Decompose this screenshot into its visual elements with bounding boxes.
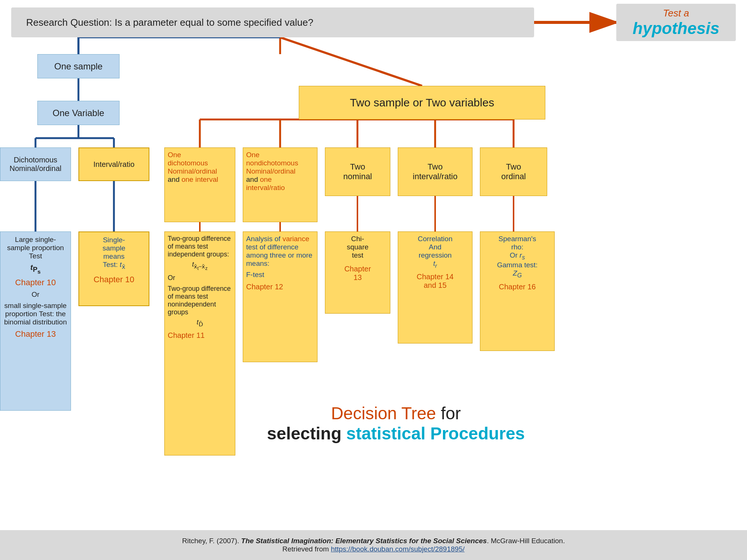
dichotomous-box: DichotomousNominal/ordinal (0, 147, 71, 181)
spearman-box: Spearman'srho:Or rsGamma test:ZG Chapter… (480, 231, 555, 351)
citation-line1: Ritchey, F. (2007). The Statistical Imag… (182, 537, 565, 545)
corr-regression-text: CorrelationAndregressiontr (401, 235, 469, 269)
anova-text: Analysis of variance test of difference … (246, 235, 314, 268)
f-test-label: F-test (246, 271, 314, 279)
two-group-ind-text: Two-group difference of means test indep… (168, 235, 232, 258)
one-nondichot-label: OnenondichotomousNominal/ordinaland onei… (246, 151, 298, 192)
decision-tree-word1: Decision Tree (331, 404, 436, 423)
svg-line-21 (280, 37, 422, 86)
chapter14-15-label: Chapter 14and 15 (401, 273, 469, 290)
selecting-word: selecting (267, 424, 346, 443)
test-a-text: Test a (663, 7, 689, 19)
large-single-text: Large single-sample proportion Test (4, 236, 67, 260)
or-label2: Or (168, 274, 232, 282)
chapter10-label2: Chapter 10 (83, 275, 145, 284)
research-question-bar: Research Question: Is a parameter equal … (11, 7, 534, 37)
t-dbar-formula: tD̄ (168, 318, 232, 328)
or-label: Or (4, 290, 67, 299)
chapter12-label: Chapter 12 (246, 283, 314, 291)
two-nominal-box: Twonominal (325, 147, 390, 196)
two-ordinal-box: Twoordinal (480, 147, 547, 196)
two-sample-label: Two sample or Two variables (350, 96, 494, 109)
one-sample-label: One sample (54, 61, 102, 72)
two-interval-label: Twointerval/ratio (413, 162, 458, 181)
hypothesis-word: hypothesis (633, 19, 719, 38)
corr-regression-box: CorrelationAndregressiontr Chapter 14and… (398, 231, 472, 343)
citation-line2: Retrieved from https://book.douban.com/s… (282, 545, 465, 553)
decision-tree-word2: for (441, 404, 461, 423)
hypothesis-box: Test a hypothesis (616, 4, 736, 41)
interval-ratio-box: Interval/ratio (78, 147, 149, 181)
one-nondichot-box: OnenondichotomousNominal/ordinaland onei… (243, 147, 317, 222)
two-nominal-label: Twonominal (343, 162, 372, 181)
t-x1x2-formula: tx̄t−x̄z (168, 261, 232, 271)
citation-bar: Ritchey, F. (2007). The Statistical Imag… (0, 530, 747, 560)
chapter13-label2: Chapter13 (328, 265, 387, 282)
one-dichot-nom-box: OnedichotomousNominal/ordinaland one int… (164, 147, 235, 222)
anova-box: Analysis of variance test of difference … (243, 231, 317, 362)
one-variable-label: One Variable (53, 108, 104, 118)
chapter11-label: Chapter 11 (168, 331, 232, 340)
one-sample-box: One sample (37, 54, 120, 78)
large-single-proportion-box: Large single-sample proportion Test tPs … (0, 231, 71, 411)
two-group-nonind-text: Two-group difference of means test nonin… (168, 285, 232, 316)
research-question-text: Research Question: Is a parameter equal … (26, 17, 313, 28)
citation-link[interactable]: https://book.douban.com/subject/2891895/ (331, 545, 465, 553)
two-interval-box: Twointerval/ratio (398, 147, 472, 196)
two-sample-box: Two sample or Two variables (299, 86, 545, 119)
interval-ratio-label: Interval/ratio (93, 160, 134, 169)
small-single-text: small single-sample proportion Test: the… (4, 302, 67, 326)
t-ps-formula: tPs (4, 262, 67, 275)
one-variable-box: One Variable (37, 101, 120, 125)
one-dichot-nom-label: OnedichotomousNominal/ordinaland one int… (168, 151, 218, 183)
statistical-procedures-word: statistical Procedures (346, 424, 525, 443)
spearman-text: Spearman'srho:Or rsGamma test:ZG (483, 235, 551, 279)
chi-square-box: Chi-squaretest Chapter13 (325, 231, 390, 314)
two-group-box: Two-group difference of means test indep… (164, 231, 235, 455)
chapter13-label1: Chapter 13 (4, 329, 67, 339)
chi-square-text: Chi-squaretest (328, 235, 387, 259)
single-means-text: Single-samplemeansTest: tx̄ (83, 236, 145, 270)
two-ordinal-label: Twoordinal (501, 162, 526, 181)
decision-tree-section: Decision Tree for selecting statistical … (243, 403, 549, 444)
single-means-box: Single-samplemeansTest: tx̄ Chapter 10 (78, 231, 149, 306)
chapter10-label1: Chapter 10 (4, 278, 67, 287)
chapter16-label: Chapter 16 (483, 283, 551, 291)
dichotomous-label: DichotomousNominal/ordinal (10, 156, 62, 173)
